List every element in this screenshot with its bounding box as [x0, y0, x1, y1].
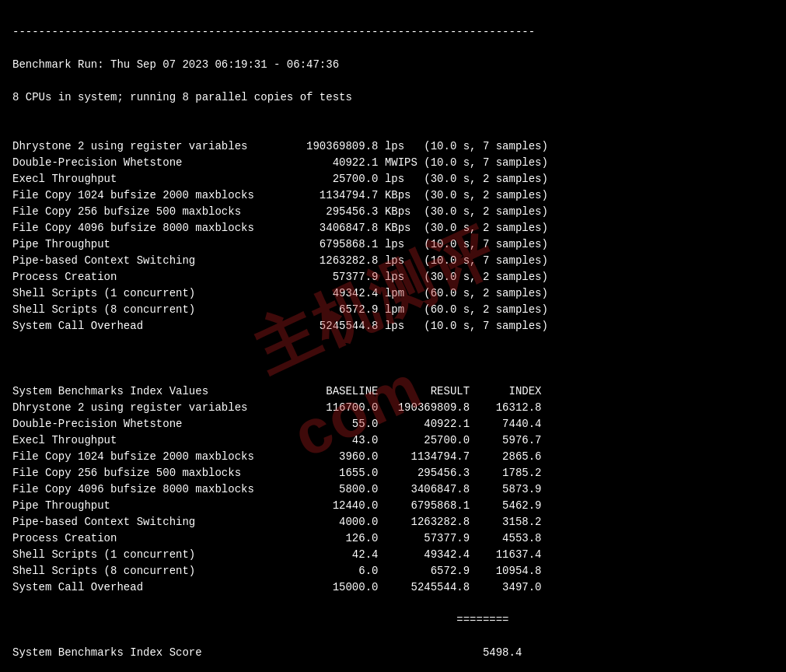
- equals-line: ========: [12, 614, 509, 626]
- benchmark-row: Dhrystone 2 using register variables 190…: [12, 140, 548, 152]
- benchmark-row: Double-Precision Whetstone 40922.1 MWIPS…: [12, 156, 548, 169]
- index-row: Double-Precision Whetstone 55.0 40922.1 …: [12, 418, 542, 430]
- index-row: Pipe Throughput 12440.0 6795868.1 5462.9: [12, 499, 542, 512]
- index-row: Pipe-based Context Switching 4000.0 1263…: [12, 516, 542, 528]
- index-header-row: System Benchmarks Index Values BASELINE …: [12, 385, 542, 397]
- equals-divider: ========: [12, 614, 509, 626]
- index-row: Shell Scripts (8 concurrent) 6.0 6572.9 …: [12, 565, 542, 577]
- index-row: Dhrystone 2 using register variables 116…: [12, 401, 542, 414]
- benchmark-row: Execl Throughput 25700.0 lps (30.0 s, 2 …: [12, 173, 548, 185]
- score-label: System Benchmarks Index Score 5498.4: [12, 646, 522, 659]
- index-row: File Copy 4096 bufsize 8000 maxblocks 58…: [12, 483, 542, 495]
- benchmark-row: Shell Scripts (8 concurrent) 6572.9 lpm …: [12, 303, 548, 316]
- benchmark-row: File Copy 1024 bufsize 2000 maxblocks 11…: [12, 189, 548, 201]
- benchmark-row: Pipe Throughput 6795868.1 lps (10.0 s, 7…: [12, 238, 548, 250]
- benchmark-row: File Copy 4096 bufsize 8000 maxblocks 34…: [12, 222, 548, 234]
- benchmark-run-line: Benchmark Run: Thu Sep 07 2023 06:19:31 …: [12, 58, 339, 71]
- index-row: Process Creation 126.0 57377.9 4553.8: [12, 532, 542, 544]
- score-row: System Benchmarks Index Score 5498.4: [12, 646, 522, 659]
- index-row: Execl Throughput 43.0 25700.0 5976.7: [12, 434, 542, 446]
- benchmark-row: Shell Scripts (1 concurrent) 49342.4 lpm…: [12, 287, 548, 299]
- cpu-info-line: 8 CPUs in system; running 8 parallel cop…: [12, 91, 352, 103]
- index-row: File Copy 256 bufsize 500 maxblocks 1655…: [12, 467, 542, 479]
- index-row: Shell Scripts (1 concurrent) 42.4 49342.…: [12, 548, 542, 561]
- benchmark-row: Pipe-based Context Switching 1263282.8 l…: [12, 254, 548, 267]
- index-row: File Copy 1024 bufsize 2000 maxblocks 39…: [12, 450, 542, 463]
- benchmark-row: File Copy 256 bufsize 500 maxblocks 2954…: [12, 205, 548, 218]
- index-row: System Call Overhead 15000.0 5245544.8 3…: [12, 581, 542, 593]
- benchmark-row: System Call Overhead 5245544.8 lps (10.0…: [12, 320, 548, 332]
- index-section: System Benchmarks Index Values BASELINE …: [12, 385, 542, 593]
- terminal-output: ----------------------------------------…: [12, 8, 774, 672]
- separator-line: ----------------------------------------…: [12, 26, 535, 38]
- benchmark-rows: Dhrystone 2 using register variables 190…: [12, 140, 548, 332]
- benchmark-row: Process Creation 57377.9 lps (30.0 s, 2 …: [12, 271, 548, 283]
